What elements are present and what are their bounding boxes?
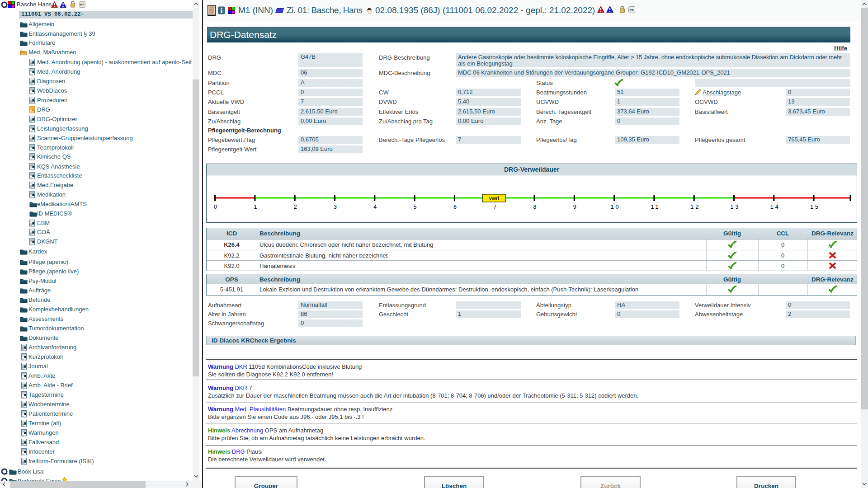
svg-text:vwd: vwd [489, 195, 499, 202]
